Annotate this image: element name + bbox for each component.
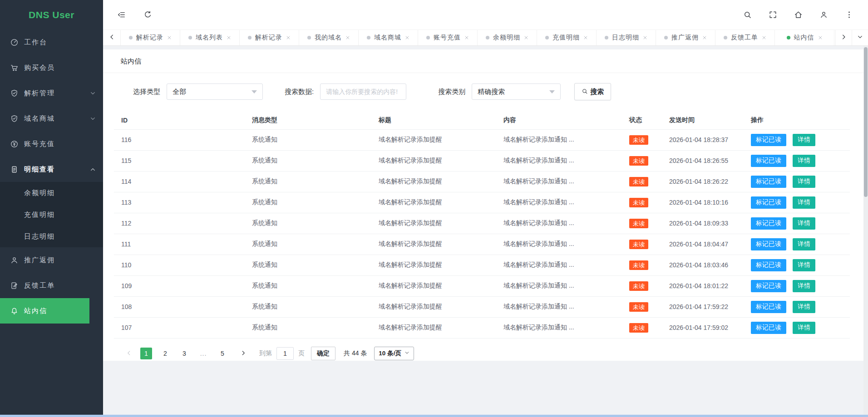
user-icon[interactable]: [819, 10, 828, 20]
mark-read-button[interactable]: 标记已读: [751, 134, 786, 146]
type-select[interactable]: 全部: [167, 83, 263, 100]
cell-title: 域名解析记录添加提醒: [371, 255, 496, 275]
tabs-scroll-left-button[interactable]: [103, 30, 121, 45]
tab-账号充值[interactable]: 账号充值: [418, 30, 478, 45]
category-select-value: 精确搜索: [478, 88, 505, 96]
scrollbar-thumb[interactable]: [864, 47, 868, 197]
detail-button[interactable]: 详情: [793, 196, 815, 209]
tab-close-icon[interactable]: [345, 35, 350, 40]
refresh-icon[interactable]: [143, 10, 152, 20]
search-icon: [582, 88, 588, 96]
more-vertical-icon[interactable]: [844, 10, 853, 20]
topbar-right: [743, 10, 853, 20]
tab-close-icon[interactable]: [464, 35, 469, 40]
sidebar-item-账号充值[interactable]: 账号充值: [0, 131, 103, 157]
pagination-page-button[interactable]: 1: [140, 348, 152, 359]
cell-message-type: 系统通知: [245, 192, 371, 213]
mark-read-button[interactable]: 标记已读: [751, 196, 786, 209]
pagination-prev-button[interactable]: [123, 348, 135, 359]
sidebar-item-明细查看[interactable]: 明细查看: [0, 157, 103, 182]
detail-button[interactable]: 详情: [793, 259, 815, 271]
tab-close-icon[interactable]: [643, 35, 647, 40]
tab-close-icon[interactable]: [167, 35, 172, 40]
mark-read-button[interactable]: 标记已读: [751, 155, 786, 167]
sidebar-item-工作台[interactable]: 工作台: [0, 29, 103, 55]
tab-close-icon[interactable]: [762, 35, 766, 40]
tab-close-icon[interactable]: [227, 35, 231, 40]
detail-button[interactable]: 详情: [793, 155, 815, 167]
tab-close-icon[interactable]: [818, 35, 823, 40]
tab-解析记录[interactable]: 解析记录: [121, 30, 180, 45]
cell-send-time: 2026-01-04 18:26:22: [662, 171, 744, 192]
sidebar-item-解析管理[interactable]: 解析管理: [0, 80, 103, 106]
tab-余额明细[interactable]: 余额明细: [478, 30, 537, 45]
shield-check-icon: [10, 89, 19, 98]
window-bottom-edge: [0, 415, 868, 417]
category-select[interactable]: 精确搜索: [472, 83, 561, 100]
tab-解析记录[interactable]: 解析记录: [240, 30, 299, 45]
tab-close-icon[interactable]: [702, 35, 707, 40]
unread-badge: 未读: [629, 198, 648, 207]
search-button[interactable]: 搜索: [574, 83, 611, 100]
mark-read-button[interactable]: 标记已读: [751, 238, 786, 250]
detail-button[interactable]: 详情: [793, 176, 815, 188]
sidebar-subitem-日志明细[interactable]: 日志明细: [0, 226, 103, 247]
sidebar-item-反馈工单[interactable]: 反馈工单: [0, 273, 103, 298]
pagination-page-button[interactable]: 3: [178, 348, 190, 359]
fullscreen-icon[interactable]: [768, 10, 777, 20]
sidebar-item-label: 工作台: [24, 38, 47, 47]
tab-close-icon[interactable]: [405, 35, 409, 40]
tab-域名商城[interactable]: 域名商城: [359, 30, 418, 45]
detail-button[interactable]: 详情: [793, 322, 815, 334]
cell-id: 113: [114, 192, 245, 213]
mark-read-button[interactable]: 标记已读: [751, 217, 786, 230]
cell-id: 110: [114, 255, 245, 275]
tab-充值明细[interactable]: 充值明细: [537, 30, 597, 45]
detail-button[interactable]: 详情: [793, 217, 815, 230]
detail-button[interactable]: 详情: [793, 238, 815, 250]
search-input[interactable]: [320, 83, 406, 100]
chevron-right-icon: [841, 34, 847, 41]
cell-title: 域名解析记录添加提醒: [371, 192, 496, 213]
detail-button[interactable]: 详情: [793, 134, 815, 146]
sidebar-item-站内信[interactable]: 站内信: [0, 298, 89, 324]
home-icon[interactable]: [794, 10, 803, 20]
caret-down-icon: [549, 90, 555, 93]
detail-button[interactable]: 详情: [793, 301, 815, 313]
goto-page-input[interactable]: [276, 347, 294, 360]
sidebar-item-推广返佣[interactable]: 推广返佣: [0, 247, 103, 273]
tab-日志明细[interactable]: 日志明细: [597, 30, 656, 45]
search-icon[interactable]: [743, 10, 752, 20]
sidebar-item-购买会员[interactable]: 购买会员: [0, 55, 103, 80]
vertical-scrollbar[interactable]: [863, 46, 868, 417]
pagination-page-button[interactable]: 5: [217, 348, 228, 359]
mark-read-button[interactable]: 标记已读: [751, 176, 786, 188]
goto-confirm-button[interactable]: 确定: [311, 347, 335, 360]
tab-推广返佣[interactable]: 推广返佣: [656, 30, 715, 45]
pagination-next-button[interactable]: [237, 348, 249, 359]
cart-icon: [10, 64, 19, 72]
tab-status-dot: [787, 36, 790, 39]
tab-status-dot: [188, 36, 192, 39]
tab-close-icon[interactable]: [286, 35, 291, 40]
mark-read-button[interactable]: 标记已读: [751, 322, 786, 334]
tabs-menu-button[interactable]: [852, 30, 868, 45]
sidebar-subitem-充值明细[interactable]: 充值明细: [0, 204, 103, 226]
tab-close-icon[interactable]: [583, 35, 588, 40]
mark-read-button[interactable]: 标记已读: [751, 280, 786, 292]
collapse-menu-icon[interactable]: [117, 10, 126, 20]
tab-close-icon[interactable]: [524, 35, 528, 40]
tab-域名列表[interactable]: 域名列表: [180, 30, 240, 45]
tab-我的域名[interactable]: 我的域名: [299, 30, 359, 45]
tab-反馈工单[interactable]: 反馈工单: [715, 30, 775, 45]
content: 站内信 选择类型 全部 搜索数据: 搜索类别 精确搜索: [103, 46, 863, 415]
tabs-scroll-right-button[interactable]: [835, 30, 852, 45]
sidebar-item-域名商城[interactable]: 域名商城: [0, 106, 103, 131]
mark-read-button[interactable]: 标记已读: [751, 259, 786, 271]
pagination-page-button[interactable]: 2: [159, 348, 171, 359]
mark-read-button[interactable]: 标记已读: [751, 301, 786, 313]
page-size-select[interactable]: 10 条/页: [374, 347, 414, 360]
detail-button[interactable]: 详情: [793, 280, 815, 292]
sidebar-subitem-余额明细[interactable]: 余额明细: [0, 182, 103, 204]
tab-站内信[interactable]: 站内信: [775, 30, 834, 45]
